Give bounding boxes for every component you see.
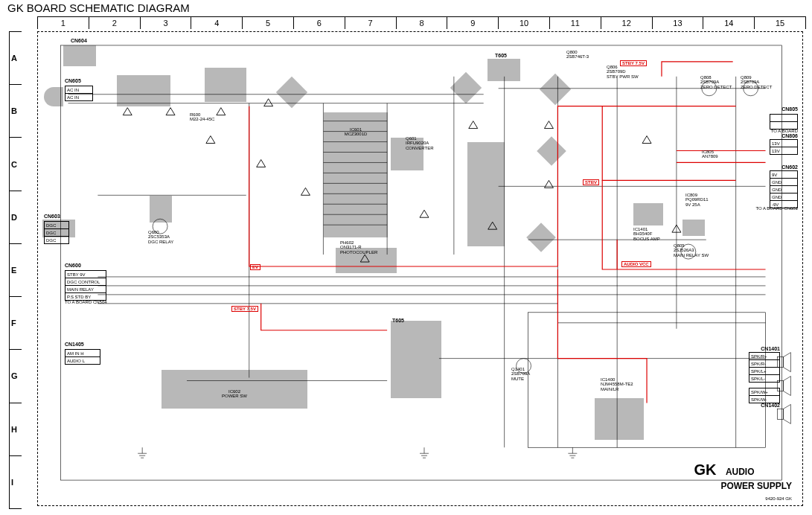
cn1405-pins: AM IN H AUDIO L (65, 349, 100, 365)
ic602-ann: IC602POWER SW (205, 389, 264, 399)
ic1401-ann: IC1401BH3540FBOCUS AMP (633, 227, 660, 241)
r600-ann: R600M22-24-45C (190, 112, 214, 122)
board-code: GK (694, 461, 716, 478)
q1401-ann: Q14012SB709AMUTE (511, 367, 530, 381)
svg-marker-52 (783, 404, 790, 423)
wiring-overlay (38, 32, 802, 505)
ic805-ann: IC805AN7809 (702, 150, 718, 159)
q808-ann: Q8082SB709AZERO DETECT (700, 75, 732, 89)
cn1401-pins: SPK/R+ SPK/R- SPK/L+ SPK/L- (749, 352, 780, 383)
cn603-pins: DGC DGC DGC (44, 221, 69, 244)
net-stbv: STBV (583, 179, 599, 185)
svg-marker-50 (783, 377, 790, 396)
q809-ann: Q8092SB709AZERO DETECT (741, 75, 772, 89)
t605b-ref: T605 (392, 318, 404, 323)
cn605-ref: CN605 (65, 78, 81, 83)
column-ruler: 123456789101112131415 (37, 16, 806, 29)
ph602-ann: PH602ON3171-RPHOTOCOUPLER (340, 240, 377, 255)
net-ev: EV (250, 264, 260, 270)
q800-ann: Q8002SB746T-3 (566, 50, 589, 60)
cn604-ref: CN604 (71, 38, 87, 43)
ic1400-ann: IC1400NJM4558M-TE2MAIN/LR (601, 377, 633, 391)
page-title: GK BOARD SCHEMATIC DIAGRAM (7, 1, 190, 14)
drawing-sheet: AC IN AC IN CN605 CN604 DGC DGC DGC CN60… (37, 31, 803, 506)
t605-ref: T605 (495, 53, 507, 58)
cn600-note: TO A BOARD CN504 (65, 300, 107, 304)
cn603-ref: CN603 (44, 214, 60, 219)
svg-marker-48 (783, 353, 790, 372)
net-audiovcc: AUDIO VCC (621, 261, 651, 267)
q601-ann: Q601IRFU9020ACONVERTER (406, 136, 434, 150)
cn1402-pins: SPK/W+ SPK/W- (749, 388, 780, 403)
cn600-ref: CN600 (65, 263, 81, 268)
cn602-note: TO A BOARD CN602 (755, 206, 798, 211)
net-stby75b: STBY 7.5V (620, 60, 647, 66)
cn1401-ref: CN1401 (761, 346, 780, 351)
row-ruler: ABCDEFGHI (9, 31, 22, 509)
title-block: GK AUDIO POWER SUPPLY (694, 461, 792, 492)
q600-ann: Q6002SC5353ADGC RELAY (148, 230, 173, 244)
ic809-ann: IC809PQ09RD119V 25A (685, 193, 709, 207)
ic601-ann: IC601MCZ3001D (339, 127, 373, 137)
cn805-pins (770, 114, 798, 129)
cn806-pins: 13V 13V (770, 139, 798, 155)
cn1405-ref: CN1405 (65, 342, 84, 347)
cn805-ref: CN805 (781, 106, 798, 112)
cn605-pins: AC IN AC IN (65, 86, 93, 101)
cn600-pins: STBY 9V DGC CONTROL MAIN RELAY P.S STD B… (65, 270, 106, 301)
q805-ann: Q8052SJ526A3MAIN RELAY SW (674, 243, 709, 258)
net-stby75: STBY 7.5V (231, 306, 258, 312)
cn806-ref: CN806 (781, 133, 798, 138)
cn1402-ref: CN1402 (761, 403, 780, 408)
drawing-rev: 9420-924 GK (765, 496, 792, 501)
svg-rect-51 (777, 409, 783, 419)
cn602-ref: CN602 (781, 164, 798, 170)
q806-ann: Q8062SB709DSTBY PWR SW (607, 65, 639, 79)
cn602-pins: 9V GND GND GND -9V (770, 170, 798, 208)
